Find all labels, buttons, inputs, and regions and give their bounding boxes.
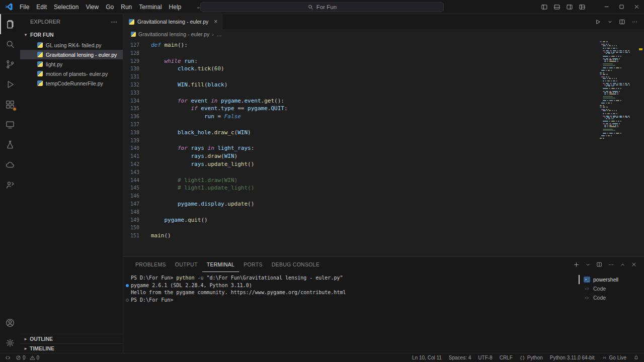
command-center[interactable]: For Fun	[200, 2, 444, 12]
split-editor-button[interactable]	[619, 19, 625, 25]
breadcrumb[interactable]: Gravitational lensing - euler.py › …	[123, 29, 644, 39]
line-number[interactable]: 135	[123, 105, 139, 113]
explorer-button[interactable]	[0, 14, 20, 34]
code-line-text[interactable]: for event in pygame.event.get():	[139, 97, 284, 105]
panel-more-actions-button[interactable]	[608, 261, 614, 268]
terminal-instance[interactable]: Code	[579, 284, 644, 293]
extensions-button[interactable]	[0, 95, 20, 115]
close-panel-button[interactable]	[631, 261, 637, 267]
overview-ruler[interactable]	[637, 39, 644, 256]
code-line-text[interactable]	[139, 73, 151, 81]
sidebar-section-outline[interactable]: ▸OUTLINE	[20, 334, 123, 343]
run-python-file-button[interactable]	[595, 19, 601, 25]
minimap[interactable]	[597, 39, 637, 256]
line-number[interactable]: 141	[123, 152, 139, 160]
menu-help[interactable]: Help	[166, 2, 185, 13]
language-mode-status[interactable]: {}Python	[520, 355, 543, 360]
line-number[interactable]: 139	[123, 137, 139, 145]
minimize-button[interactable]	[599, 0, 614, 14]
code-line-text[interactable]	[139, 89, 151, 97]
line-number[interactable]: 149	[123, 216, 139, 224]
file-row[interactable]: GL using RK4- failed.py	[20, 40, 123, 50]
settings-button[interactable]	[0, 333, 20, 353]
file-row[interactable]: motion of planets- euler.py	[20, 69, 123, 78]
line-number[interactable]: 137	[123, 121, 139, 129]
menu-run[interactable]: Run	[117, 2, 135, 13]
source-control-button[interactable]	[0, 54, 20, 74]
terminal-profile-chevron-icon[interactable]	[585, 262, 591, 267]
code-line-text[interactable]: if event.type == pygame.QUIT:	[139, 105, 288, 113]
code-line-text[interactable]: # light1.draw(WIN)	[139, 176, 237, 185]
line-number[interactable]: 146	[123, 192, 139, 200]
line-number[interactable]: 128	[123, 49, 139, 57]
run-debug-button[interactable]	[0, 74, 20, 95]
terminal-instance[interactable]: Code	[579, 293, 644, 302]
code-line-text[interactable]: rays.draw(WIN)	[139, 152, 237, 160]
code-line-text[interactable]	[139, 168, 151, 176]
line-number[interactable]: 148	[123, 208, 139, 216]
maximize-button[interactable]	[614, 0, 629, 14]
menu-terminal[interactable]: Terminal	[135, 2, 165, 13]
code-line-text[interactable]	[139, 121, 151, 129]
panel-tab-terminal[interactable]: TERMINAL	[202, 257, 239, 272]
tab-close-icon[interactable]: ×	[214, 18, 217, 25]
panel-tab-output[interactable]: OUTPUT	[171, 257, 202, 272]
code-line-text[interactable]	[139, 137, 151, 145]
code-line-text[interactable]: black_hole.draw_c(WIN)	[139, 129, 251, 137]
code-line-text[interactable]	[139, 224, 151, 232]
code-editor[interactable]: 127def main():128129 while run:130 clock…	[123, 39, 597, 256]
azure-button[interactable]	[0, 155, 20, 175]
line-number[interactable]: 138	[123, 129, 139, 137]
toggle-primary-sidebar-icon[interactable]	[541, 4, 548, 11]
sidebar-section-timeline[interactable]: ▸TIMELINE	[20, 343, 123, 353]
line-number[interactable]: 145	[123, 184, 139, 192]
line-number[interactable]: 151	[123, 232, 139, 240]
menu-file[interactable]: File	[16, 2, 33, 13]
cursor-position-status[interactable]: Ln 10, Col 11	[412, 355, 442, 360]
run-dropdown-chevron-icon[interactable]	[607, 19, 613, 25]
eol-status[interactable]: CRLF	[500, 355, 513, 360]
close-button[interactable]	[629, 0, 644, 14]
line-number[interactable]: 140	[123, 144, 139, 152]
python-interpreter-status[interactable]: Python 3.11.0 64-bit	[550, 355, 595, 360]
split-terminal-button[interactable]	[596, 261, 602, 267]
indentation-status[interactable]: Spaces: 4	[449, 355, 471, 360]
encoding-status[interactable]: UTF-8	[478, 355, 492, 360]
code-line-text[interactable]: while run:	[139, 57, 198, 65]
code-line-text[interactable]	[139, 192, 151, 200]
go-live-status[interactable]: Go Live	[602, 355, 626, 360]
code-line-text[interactable]: clock.tick(60)	[139, 65, 224, 73]
terminal-instance[interactable]: >_powershell	[579, 275, 644, 284]
live-share-button[interactable]	[0, 175, 20, 195]
line-number[interactable]: 127	[123, 41, 139, 49]
panel-tab-debug-console[interactable]: DEBUG CONSOLE	[267, 257, 325, 272]
line-number[interactable]: 150	[123, 224, 139, 232]
line-number[interactable]: 136	[123, 113, 139, 121]
line-number[interactable]: 132	[123, 81, 139, 89]
menu-edit[interactable]: Edit	[33, 2, 50, 13]
remote-explorer-button[interactable]	[0, 115, 20, 135]
customize-layout-icon[interactable]	[579, 4, 586, 11]
file-row[interactable]: Gravitational lensing - euler.py	[20, 50, 123, 59]
line-number[interactable]: 147	[123, 200, 139, 208]
file-row[interactable]: tempCodeRunnerFile.py	[20, 78, 123, 88]
code-line-text[interactable]	[139, 208, 151, 216]
code-line-text[interactable]: WIN.fill(black)	[139, 81, 227, 89]
explorer-more-actions[interactable]: ⋯	[111, 18, 118, 26]
toggle-panel-icon[interactable]	[553, 4, 560, 11]
maximize-panel-chevron-icon[interactable]	[620, 262, 625, 267]
search-button[interactable]	[0, 34, 20, 54]
code-line-text[interactable]: for rays in light_rays:	[139, 144, 254, 152]
code-line-text[interactable]: pygame.display.update()	[139, 200, 254, 208]
code-line-text[interactable]: def main():	[139, 41, 188, 49]
new-terminal-button[interactable]	[573, 261, 580, 268]
more-actions-button[interactable]	[631, 19, 638, 25]
line-number[interactable]: 134	[123, 97, 139, 105]
line-number[interactable]: 133	[123, 89, 139, 97]
testing-button[interactable]	[0, 135, 20, 155]
line-number[interactable]: 142	[123, 160, 139, 168]
line-number[interactable]: 129	[123, 57, 139, 65]
editor-tab[interactable]: Gravitational lensing - euler.py ×	[123, 14, 222, 29]
menu-go[interactable]: Go	[102, 2, 117, 13]
toggle-secondary-sidebar-icon[interactable]	[566, 4, 573, 11]
